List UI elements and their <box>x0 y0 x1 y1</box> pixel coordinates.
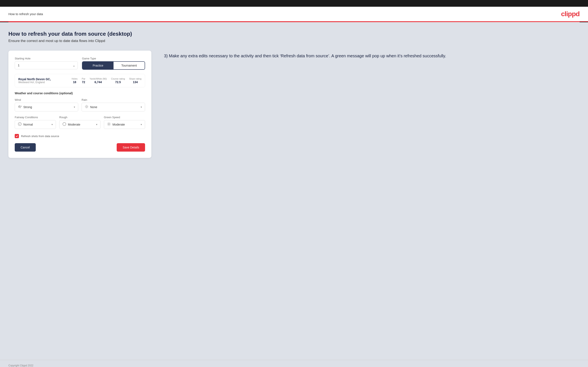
wind-group: Wind Strong ▾ <box>15 98 78 111</box>
par-label: Par <box>82 77 85 80</box>
refresh-label: Refresh shots from data source <box>21 134 59 138</box>
rough-group: Rough Moderate ▾ <box>59 116 101 129</box>
footer: Copyright Clippd 2022 <box>0 360 588 367</box>
starting-hole-select[interactable]: 1 10 <box>15 61 78 69</box>
course-rating-label: Course rating <box>111 77 125 80</box>
wind-icon <box>18 105 22 109</box>
refresh-checkbox[interactable] <box>15 134 19 138</box>
svg-line-7 <box>85 108 86 108</box>
course-stats: Holes 18 Par 72 Yards/White (M)) 6,744 C… <box>72 77 141 84</box>
slope-rating-label: Slope rating <box>129 77 141 80</box>
game-type-group: Game Type Practice Tournament <box>82 57 145 70</box>
holes-label: Holes <box>72 77 78 80</box>
cancel-button[interactable]: Cancel <box>15 143 36 152</box>
rain-select[interactable]: None ▾ <box>82 103 145 111</box>
rough-select[interactable]: Moderate ▾ <box>59 120 101 129</box>
form-card: Starting Hole 1 10 Game Type Practice To… <box>9 50 151 158</box>
yards-label: Yards/White (M)) <box>90 77 107 80</box>
yards-stat: Yards/White (M)) 6,744 <box>90 77 107 84</box>
starting-hole-select-wrapper: 1 10 <box>15 61 78 69</box>
header: How to refresh your data clippd <box>0 7 588 22</box>
course-location: Westward Ho!, England <box>18 81 68 84</box>
green-speed-value: Moderate <box>112 123 141 126</box>
top-bar <box>0 0 588 7</box>
page-title: How to refresh your data from source (de… <box>9 31 579 37</box>
wind-value: Strong <box>23 105 74 109</box>
par-stat: Par 72 <box>82 77 85 84</box>
starting-hole-label: Starting Hole <box>15 57 78 60</box>
game-type-label: Game Type <box>82 57 145 60</box>
holes-stat: Holes 18 <box>72 77 78 84</box>
rain-icon <box>85 105 88 109</box>
breadcrumb: How to refresh your data <box>9 12 43 16</box>
top-form-row: Starting Hole 1 10 Game Type Practice To… <box>15 57 145 70</box>
refresh-checkbox-row: Refresh shots from data source <box>15 134 145 138</box>
rain-chevron-icon: ▾ <box>141 106 142 108</box>
rough-chevron-icon: ▾ <box>96 123 97 126</box>
fairway-chevron-icon: ▾ <box>52 123 53 126</box>
rain-group: Rain None ▾ <box>82 98 145 111</box>
fairway-label: Fairway Conditions <box>15 116 56 119</box>
svg-point-0 <box>86 106 87 108</box>
side-description: 3) Make any extra edits necessary to the… <box>164 50 579 59</box>
holes-value: 18 <box>72 80 78 84</box>
tournament-button[interactable]: Tournament <box>113 62 145 69</box>
fairway-icon <box>18 122 22 127</box>
game-type-toggle: Practice Tournament <box>82 61 145 70</box>
fairway-value: Normal <box>23 123 52 126</box>
course-rating-stat: Course rating 72.5 <box>111 77 125 84</box>
svg-point-10 <box>108 124 110 125</box>
save-button[interactable]: Save Details <box>117 143 145 152</box>
yards-value: 6,744 <box>90 80 107 84</box>
fairway-rough-green-row: Fairway Conditions Normal ▾ Rough <box>15 116 145 129</box>
par-value: 72 <box>82 80 85 84</box>
wind-rain-row: Wind Strong ▾ Rain <box>15 98 145 111</box>
rough-value: Moderate <box>68 123 96 126</box>
green-speed-label: Green Speed <box>104 116 145 119</box>
wind-select[interactable]: Strong ▾ <box>15 103 78 111</box>
copyright: Copyright Clippd 2022 <box>9 364 34 367</box>
course-rating-value: 72.5 <box>111 80 125 84</box>
rain-value: None <box>90 105 141 109</box>
main-content: How to refresh your data from source (de… <box>0 22 588 360</box>
green-speed-icon <box>107 122 111 127</box>
course-row: Royal North Devon GC, Westward Ho!, Engl… <box>15 74 145 87</box>
slope-rating-value: 134 <box>129 80 141 84</box>
green-speed-chevron-icon: ▾ <box>141 123 142 126</box>
rain-label: Rain <box>82 98 145 101</box>
content-area: Starting Hole 1 10 Game Type Practice To… <box>9 50 579 158</box>
form-actions: Cancel Save Details <box>15 143 145 152</box>
fairway-group: Fairway Conditions Normal ▾ <box>15 116 56 129</box>
side-note-text: 3) Make any extra edits necessary to the… <box>164 53 579 59</box>
svg-line-8 <box>88 105 88 106</box>
conditions-title: Weather and course conditions (optional) <box>15 92 145 95</box>
fairway-select[interactable]: Normal ▾ <box>15 120 56 129</box>
green-speed-group: Green Speed Moderate ▾ <box>104 116 145 129</box>
wind-chevron-icon: ▾ <box>74 106 75 108</box>
wind-label: Wind <box>15 98 78 101</box>
logo: clippd <box>561 10 579 18</box>
slope-rating-stat: Slope rating 134 <box>129 77 141 84</box>
practice-button[interactable]: Practice <box>82 62 113 69</box>
starting-hole-group: Starting Hole 1 10 <box>15 57 78 70</box>
green-speed-select[interactable]: Moderate ▾ <box>104 120 145 129</box>
page-subtitle: Ensure the correct and most up to date d… <box>9 39 579 43</box>
course-info: Royal North Devon GC, Westward Ho!, Engl… <box>18 77 68 84</box>
course-name: Royal North Devon GC, <box>18 77 68 81</box>
rough-label: Rough <box>59 116 101 119</box>
rough-icon <box>62 122 66 127</box>
svg-line-3 <box>85 105 86 106</box>
svg-line-4 <box>88 108 88 108</box>
